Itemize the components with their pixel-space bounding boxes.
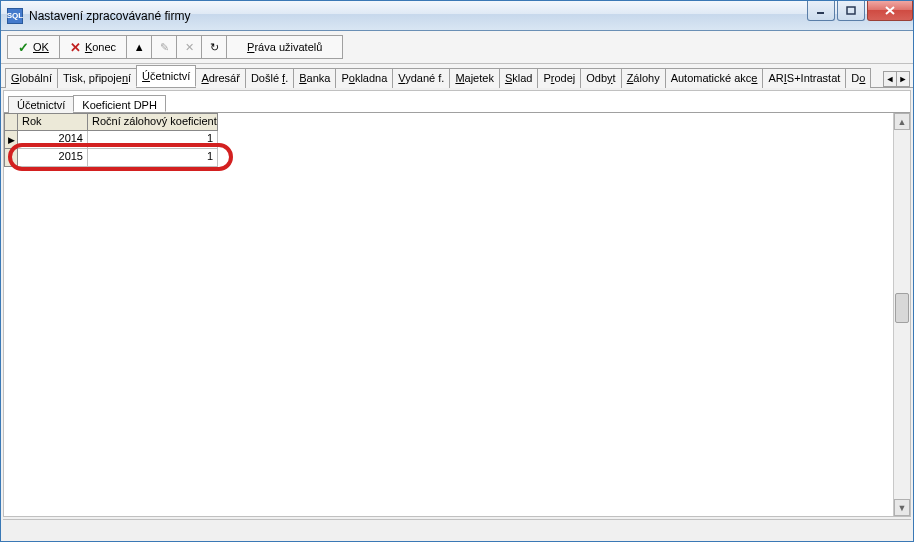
close-button[interactable] [867,1,913,21]
app-icon: SQL [7,8,23,24]
main-tab-13[interactable]: Automatické akce [665,68,764,88]
grid-header-rok[interactable]: Rok [18,113,88,131]
refresh-icon: ↻ [210,41,219,54]
main-tab-4[interactable]: Došlé f. [245,68,294,88]
tab-scroll-right[interactable]: ► [896,71,910,87]
window-title: Nastavení zpracovávané firmy [29,9,190,23]
main-tab-1[interactable]: Tisk, připojení [57,68,137,88]
cell-year[interactable]: 2015 [18,149,88,167]
main-tab-10[interactable]: Prodej [537,68,581,88]
main-tab-0[interactable]: Globální [5,68,58,88]
main-tabstrip: GlobálníTisk, připojeníÚčetnictvíAdresář… [1,64,913,88]
main-tab-5[interactable]: Banka [293,68,336,88]
main-tab-6[interactable]: Pokladna [335,68,393,88]
sub-tab-1[interactable]: Koeficient DPH [73,95,166,112]
maximize-button[interactable] [837,1,865,21]
sub-tabstrip: ÚčetnictvíKoeficient DPH [4,91,910,113]
main-tab-9[interactable]: Sklad [499,68,539,88]
app-window: SQL Nastavení zpracovávané firmy ✓ OK ✕ … [0,0,914,542]
main-tab-2[interactable]: Účetnictví [136,65,196,87]
tab-scroll-controls: ◄ ► [883,71,909,87]
content-panel: ÚčetnictvíKoeficient DPH Rok Roční záloh… [3,90,911,517]
grid-area: Rok Roční zálohový koeficient ▶201412015… [4,113,910,516]
scroll-down-button[interactable]: ▼ [894,499,910,516]
nav-up-button[interactable]: ▲ [126,35,152,59]
delete-button[interactable]: ✕ [176,35,202,59]
main-tab-11[interactable]: Odbyt [580,68,621,88]
main-tab-3[interactable]: Adresář [195,68,246,88]
ok-button[interactable]: ✓ OK [7,35,60,59]
user-rights-button[interactable]: Práva uživatelů [226,35,343,59]
scroll-thumb[interactable] [895,293,909,323]
main-tab-14[interactable]: ARIS+Intrastat [762,68,846,88]
row-indicator: ▶ [4,131,18,149]
cell-year[interactable]: 2014 [18,131,88,149]
table-row[interactable]: ▶20141 [4,131,910,149]
main-tab-8[interactable]: Majetek [449,68,500,88]
grid-header-indicator[interactable] [4,113,18,131]
main-tab-7[interactable]: Vydané f. [392,68,450,88]
minimize-button[interactable] [807,1,835,21]
table-row[interactable]: 20151 [4,149,910,167]
check-icon: ✓ [18,40,29,55]
triangle-up-icon: ▲ [134,41,145,53]
cell-coef[interactable]: 1 [88,149,218,167]
grid-header-row: Rok Roční zálohový koeficient [4,113,910,131]
sub-tab-0[interactable]: Účetnictví [8,96,74,113]
cell-coef[interactable]: 1 [88,131,218,149]
vertical-scrollbar[interactable]: ▲ ▼ [893,113,910,516]
svg-rect-1 [847,7,855,14]
konec-button[interactable]: ✕ Konec [59,35,127,59]
scroll-up-button[interactable]: ▲ [894,113,910,130]
x-small-icon: ✕ [185,41,194,54]
edit-button[interactable]: ✎ [151,35,177,59]
statusbar [3,519,911,539]
pencil-icon: ✎ [160,41,169,54]
tab-scroll-left[interactable]: ◄ [883,71,897,87]
row-indicator [4,149,18,167]
x-icon: ✕ [70,40,81,55]
toolbar: ✓ OK ✕ Konec ▲ ✎ ✕ ↻ Práva uživatelů [1,31,913,64]
grid-header-koeficient[interactable]: Roční zálohový koeficient [88,113,218,131]
titlebar: SQL Nastavení zpracovávané firmy [1,1,913,31]
current-row-marker-icon: ▶ [8,135,15,145]
window-controls [805,1,913,21]
refresh-button[interactable]: ↻ [201,35,227,59]
main-tab-12[interactable]: Zálohy [621,68,666,88]
main-tab-15[interactable]: Do [845,68,871,88]
